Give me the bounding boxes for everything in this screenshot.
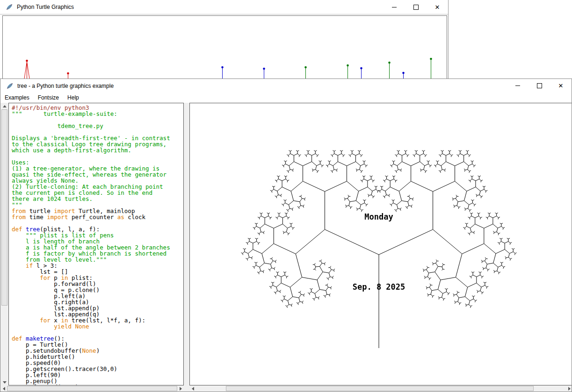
back-titlebar[interactable]: Python Turtle Graphics ✕ xyxy=(0,0,448,14)
menu-help[interactable]: Help xyxy=(63,93,83,103)
code-hscrollbar-thumb[interactable] xyxy=(7,386,177,391)
scroll-left-icon xyxy=(192,387,194,391)
minimize-icon xyxy=(392,7,397,7)
canvas-hscrollbar-thumb[interactable] xyxy=(226,386,534,391)
code-line: there are 1024 turtles. xyxy=(12,196,183,202)
front-window: tree - a Python turtle graphics example … xyxy=(0,78,572,392)
code-line: which use a depth-first-algorithm. xyxy=(12,147,183,153)
demo-canvas-pane xyxy=(189,103,572,385)
front-caption-buttons: ✕ xyxy=(507,79,572,93)
code-vscrollbar-thumb[interactable] xyxy=(1,109,7,306)
front-maximize-button[interactable] xyxy=(529,79,550,93)
turtle-app-icon xyxy=(6,82,14,90)
minimize-icon xyxy=(515,86,520,86)
back-window-title: Python Turtle Graphics xyxy=(17,4,74,10)
code-line: from time import perf_counter as clock xyxy=(12,214,183,220)
front-window-title: tree - a Python turtle graphics example xyxy=(17,83,114,89)
canvas-hscrollbar[interactable] xyxy=(189,385,572,392)
front-titlebar[interactable]: tree - a Python turtle graphics example … xyxy=(0,79,572,93)
menu-fontsize[interactable]: Fontsize xyxy=(34,93,63,103)
maximize-icon xyxy=(537,83,542,88)
menu-examples[interactable]: Examples xyxy=(0,93,34,103)
maximize-icon xyxy=(413,5,419,10)
window-content: #!/usr/bin/env python3""" turtle-example… xyxy=(0,103,572,392)
desktop: Python Turtle Graphics ✕ tree - a Python… xyxy=(0,0,572,392)
scroll-right-icon xyxy=(180,387,182,391)
scroll-right-button[interactable] xyxy=(566,385,572,392)
tree-canvas xyxy=(190,103,572,385)
scroll-right-button[interactable] xyxy=(177,385,184,392)
front-close-button[interactable]: ✕ xyxy=(550,79,572,93)
scroll-left-button[interactable] xyxy=(189,385,196,392)
back-minimize-button[interactable] xyxy=(384,0,405,14)
scroll-left-icon xyxy=(3,387,5,391)
code-line: tdemo_tree.py xyxy=(12,123,183,129)
scroll-down-button[interactable] xyxy=(0,379,8,385)
front-minimize-button[interactable] xyxy=(507,79,529,93)
scroll-up-icon xyxy=(3,105,7,107)
code-vscrollbar[interactable] xyxy=(0,103,8,385)
turtle-screen-canvas xyxy=(3,16,446,78)
back-maximize-button[interactable] xyxy=(405,0,427,14)
turtle-app-icon xyxy=(6,3,13,11)
back-turtle-screen xyxy=(2,15,447,78)
scroll-down-icon xyxy=(3,381,7,384)
scroll-up-button[interactable] xyxy=(0,103,8,109)
back-caption-buttons: ✕ xyxy=(384,0,448,14)
code-line: """ turtle-example-suite: xyxy=(12,111,183,117)
scroll-right-icon xyxy=(568,387,571,391)
scroll-left-button[interactable] xyxy=(0,385,7,392)
close-icon: ✕ xyxy=(435,4,440,10)
pane-sash[interactable] xyxy=(184,103,189,392)
close-icon: ✕ xyxy=(558,83,564,89)
code-line: yield None xyxy=(12,323,183,329)
code-hscrollbar[interactable] xyxy=(0,385,184,392)
menu-bar: Examples Fontsize Help xyxy=(0,93,572,103)
code-text[interactable]: #!/usr/bin/env python3""" turtle-example… xyxy=(8,103,184,385)
back-close-button[interactable]: ✕ xyxy=(427,0,448,14)
code-line xyxy=(12,153,183,159)
back-window: Python Turtle Graphics ✕ xyxy=(0,0,449,78)
